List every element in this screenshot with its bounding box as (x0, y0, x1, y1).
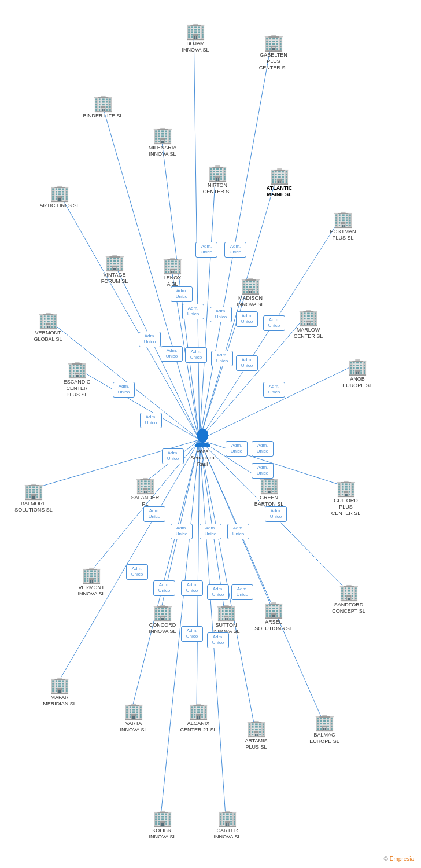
building-icon: 🏢 (124, 703, 144, 719)
company-node-balmac: 🏢 BALMACEUROPE SL (304, 715, 345, 745)
adm-box-adm13: Adm.Unico (263, 382, 285, 398)
building-icon: 🏢 (348, 359, 368, 375)
building-icon: 🏢 (50, 185, 70, 201)
adm-box-adm4: Adm.Unico (182, 304, 204, 319)
svg-line-24 (58, 440, 200, 683)
building-icon: 🏢 (264, 35, 284, 51)
adm-box-adm2: Adm.Unico (224, 242, 246, 258)
svg-line-0 (194, 29, 200, 440)
adm-box-adm17: Adm.Unico (252, 441, 274, 457)
svg-line-6 (58, 191, 200, 440)
company-label: VERMONTINNOVA SL (78, 584, 105, 597)
company-label: ATLANTICMAINE SL (267, 185, 292, 198)
adm-box-adm9: Adm.Unico (161, 346, 183, 362)
adm-box-adm16: Adm.Unico (226, 441, 248, 457)
svg-line-26 (197, 440, 200, 709)
building-icon: 🏢 (264, 602, 284, 618)
company-label: BOJAMINNOVA SL (182, 41, 209, 53)
company-node-portman: 🏢 PORTMANPLUS SL (323, 211, 363, 241)
building-icon: 🏢 (208, 165, 228, 181)
company-label: ALCANIXCENTER 21 SL (180, 720, 216, 733)
company-label: BALMACEUROPE SL (309, 732, 339, 745)
company-node-salander: 🏢 SALANDERPL (125, 477, 165, 507)
building-icon: 🏢 (153, 127, 173, 144)
company-node-bojam: 🏢 BOJAMINNOVA SL (175, 23, 216, 53)
company-label: VINTAGEFORUM SL (101, 272, 128, 285)
adm-box-adm18: Adm.Unico (162, 448, 184, 464)
company-node-milenaria: 🏢 MILENARIAINNOVA SL (142, 127, 183, 157)
adm-box-adm27: Adm.Unico (181, 580, 203, 596)
building-icon: 🏢 (67, 362, 87, 378)
adm-box-adm29: Adm.Unico (231, 584, 253, 600)
company-label: VARTAINNOVA SL (120, 720, 147, 733)
building-icon: 🏢 (38, 312, 58, 329)
company-node-vermont_global: 🏢 VERMONTGLOBAL SL (28, 312, 68, 343)
building-icon: 🏢 (246, 720, 267, 737)
building-icon: 🏢 (259, 477, 279, 494)
company-label: VERMONTGLOBAL SL (34, 330, 62, 343)
building-icon: 🏢 (217, 810, 238, 826)
adm-box-adm3: Adm.Unico (171, 286, 193, 302)
company-node-escandic: 🏢 ESCANDICCENTERPLUS SL (57, 362, 97, 398)
company-node-anob: 🏢 ANOBEUROPE SL (337, 359, 378, 389)
adm-box-adm5: Adm.Unico (210, 307, 232, 322)
adm-box-adm21: Adm.Unico (171, 524, 193, 539)
building-icon: 🏢 (339, 584, 359, 601)
company-node-artamis: 🏢 ARTAMISPLUS SL (236, 720, 276, 751)
company-node-atlantic: 🏢 ATLANTICMAINE SL (259, 168, 300, 198)
building-icon: 🏢 (153, 605, 173, 621)
company-node-artic: 🏢 ARTIC LINES SL (39, 185, 80, 209)
company-node-concord: 🏢 CONCORDINNOVA SL (142, 605, 183, 635)
company-label: ARTAMISPLUS SL (245, 738, 267, 751)
company-node-carter: 🏢 CARTERINNOVA SL (207, 810, 248, 840)
building-icon: 🏢 (241, 278, 261, 294)
company-node-mafar: 🏢 MAFARMERIDIAN SL (39, 677, 80, 707)
company-node-kolibri: 🏢 KOLIBRIINNOVA SL (142, 810, 183, 840)
company-label: NIRTONCENTER SL (203, 182, 232, 195)
building-icon: 🏢 (135, 477, 156, 494)
company-label: ESCANDICCENTERPLUS SL (64, 379, 91, 398)
adm-box-adm12: Adm.Unico (236, 355, 258, 371)
adm-box-adm14: Adm.Unico (113, 382, 135, 398)
building-icon: 🏢 (333, 211, 353, 227)
company-label: BINDER LIFE SL (83, 113, 123, 119)
company-label: ARTIC LINES SL (40, 203, 80, 209)
adm-box-adm25: Adm.Unico (126, 564, 148, 580)
center-person: 👤 PonsSerraclaraRaul (182, 428, 223, 467)
svg-line-27 (200, 440, 254, 726)
company-label: ARSELSOLUTIONS SL (254, 619, 293, 632)
adm-box-adm30: Adm.Unico (181, 626, 203, 642)
company-label: KOLIBRIINNOVA SL (149, 827, 176, 840)
adm-box-adm10: Adm.Unico (185, 347, 207, 363)
company-node-varta: 🏢 VARTAINNOVA SL (113, 703, 154, 733)
svg-line-1 (200, 41, 272, 440)
company-node-nirton: 🏢 NIRTONCENTER SL (197, 165, 238, 195)
building-icon: 🏢 (153, 810, 173, 826)
company-label: SALANDERPL (131, 495, 160, 507)
company-node-arsel: 🏢 ARSELSOLUTIONS SL (253, 602, 294, 632)
building-icon: 🏢 (163, 258, 183, 274)
adm-box-adm1: Adm.Unico (195, 242, 217, 258)
adm-box-adm15: Adm.Unico (140, 413, 162, 428)
building-icon: 🏢 (50, 677, 70, 693)
svg-line-14 (200, 365, 356, 440)
company-label: BALMORESOLUTIONS SL (14, 501, 53, 513)
adm-box-adm24: Adm.Unico (265, 506, 287, 522)
adm-box-adm23: Adm.Unico (227, 524, 249, 539)
adm-box-adm20: Adm.Unico (143, 506, 165, 522)
person-icon: 👤 (193, 428, 213, 447)
company-node-guiford: 🏢 GUIFORDPLUSCENTER SL (326, 480, 366, 516)
building-icon: 🏢 (24, 483, 44, 499)
company-label: GABELTENPLUSCENTER SL (259, 52, 289, 71)
company-node-lenox: 🏢 LENOXA SL (152, 258, 193, 288)
adm-box-adm22: Adm.Unico (200, 524, 221, 539)
center-person-label: PonsSerraclaraRaul (190, 448, 215, 467)
company-node-alcanix: 🏢 ALCANIXCENTER 21 SL (178, 703, 219, 733)
company-node-madison: 🏢 MADISONINNOVA SL (230, 278, 271, 308)
company-label: MAFARMERIDIAN SL (43, 694, 76, 707)
company-node-sutton: 🏢 SUTTONINNOVA SL (206, 605, 246, 635)
company-label: MARLOWCENTER SL (294, 327, 323, 340)
building-icon: 🏢 (269, 168, 290, 184)
company-label: CARTERINNOVA SL (214, 827, 241, 840)
company-node-binder: 🏢 BINDER LIFE SL (83, 95, 123, 119)
